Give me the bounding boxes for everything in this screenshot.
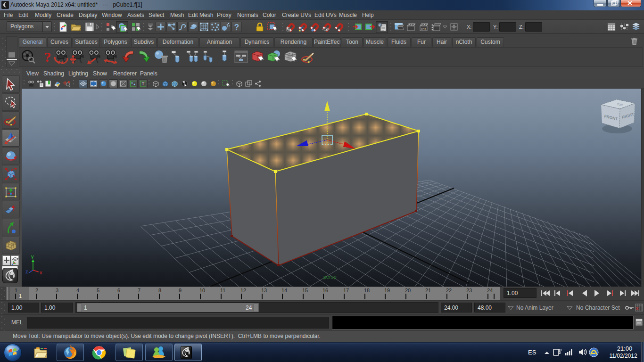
svg-text:T: T bbox=[142, 82, 145, 86]
svg-text:y: y bbox=[31, 254, 34, 259]
svg-text:?: ? bbox=[234, 23, 239, 32]
svg-text:x: x bbox=[40, 270, 42, 275]
svg-text:?: ? bbox=[44, 49, 51, 65]
svg-text:persp: persp bbox=[323, 274, 337, 280]
svg-text:IPR: IPR bbox=[421, 27, 426, 30]
svg-text:z: z bbox=[25, 269, 28, 274]
